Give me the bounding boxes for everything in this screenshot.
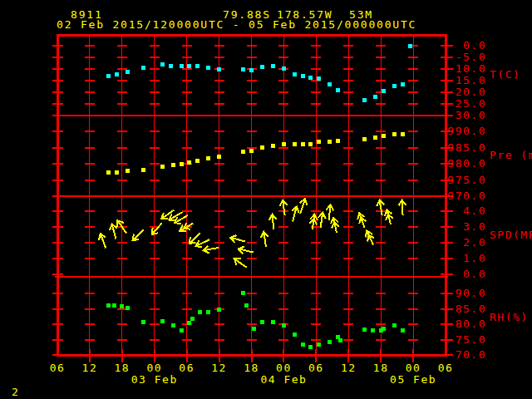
hour-label: 18 bbox=[244, 362, 259, 374]
hour-label: 06 bbox=[308, 362, 324, 374]
relative_humidity-point bbox=[336, 335, 340, 339]
relative_humidity-point bbox=[180, 328, 184, 332]
hour-label: 06 bbox=[179, 362, 195, 374]
pressure-point bbox=[317, 140, 321, 144]
relative_humidity-point bbox=[317, 342, 321, 347]
pressure-tick-label: 975.0 bbox=[447, 174, 486, 186]
hour-label: 18 bbox=[115, 362, 131, 374]
temperature-tick-label: -30.0 bbox=[447, 109, 486, 121]
pressure-axis-label: Pre (mb) bbox=[490, 149, 532, 161]
temperature-tick-label: -25.0 bbox=[447, 97, 486, 110]
wind-arrow bbox=[96, 232, 109, 249]
relative_humidity-tick-label: 80.0 bbox=[456, 318, 486, 330]
relative_humidity-tick-label: 85.0 bbox=[456, 303, 486, 315]
pressure-point bbox=[401, 132, 405, 136]
relative_humidity-point bbox=[187, 321, 191, 325]
relative_humidity-point bbox=[206, 310, 210, 314]
relative_humidity-point bbox=[260, 320, 264, 324]
temperature-tick-label: -10.0 bbox=[447, 62, 486, 75]
temperature-tick-label: -5.0 bbox=[456, 51, 486, 63]
relative_humidity-point bbox=[217, 308, 221, 312]
hour-label: 00 bbox=[146, 362, 162, 374]
relative_humidity-point bbox=[328, 340, 332, 344]
wind_speed-axis-label: SPD(MPS) bbox=[490, 229, 532, 241]
temperature-point bbox=[401, 82, 405, 86]
temperature-tick-label: -15.0 bbox=[447, 74, 486, 86]
pressure-tick-label: 970.0 bbox=[447, 190, 486, 202]
wind-arrow bbox=[363, 229, 377, 246]
meteogram-screen: 8911 79.88S 178.57W 53M 02 Feb 2015/1200… bbox=[0, 0, 532, 399]
pressure-point bbox=[141, 168, 145, 172]
hour-label: 12 bbox=[82, 362, 98, 374]
relative_humidity-point bbox=[241, 291, 245, 295]
pressure-point bbox=[392, 132, 397, 136]
pressure-point bbox=[241, 150, 245, 154]
pressure-point bbox=[362, 137, 367, 141]
temperature-point bbox=[260, 65, 264, 69]
relative_humidity-tick-label: 90.0 bbox=[456, 287, 486, 299]
relative_humidity-point bbox=[120, 304, 124, 308]
relative_humidity-point bbox=[126, 306, 130, 310]
relative_humidity-point bbox=[106, 303, 111, 308]
wind_speed-tick-label: 0.0 bbox=[463, 268, 486, 280]
wind-arrow bbox=[149, 220, 165, 237]
relative_humidity-point bbox=[190, 317, 195, 321]
pressure-point bbox=[195, 159, 200, 163]
pressure-point bbox=[308, 142, 313, 146]
relative_humidity-point bbox=[293, 332, 297, 337]
relative_humidity-point bbox=[338, 338, 342, 342]
pressure-point bbox=[187, 160, 191, 165]
relative_humidity-point bbox=[371, 328, 375, 332]
pressure-point bbox=[160, 165, 165, 169]
temperature-point bbox=[293, 72, 297, 76]
temperature-point bbox=[249, 68, 254, 72]
meteogram-plot: 0.0-5.0-10.0-15.0-20.0-25.0-30.0T(C)990.… bbox=[0, 0, 532, 399]
temperature-point bbox=[195, 64, 200, 68]
temperature-point bbox=[362, 98, 367, 102]
pressure-point bbox=[171, 163, 175, 167]
hour-label: 18 bbox=[373, 362, 389, 374]
temperature-point bbox=[282, 66, 286, 71]
relative_humidity-point bbox=[244, 303, 249, 308]
hour-label: 00 bbox=[406, 362, 421, 374]
temperature-point bbox=[336, 88, 340, 92]
relative_humidity-point bbox=[308, 345, 313, 349]
pressure-point bbox=[336, 139, 340, 143]
relative_humidity-point bbox=[382, 327, 386, 331]
temperature-point bbox=[301, 74, 305, 78]
relative_humidity-tick-label: 70.0 bbox=[456, 348, 486, 361]
relative_humidity-point bbox=[401, 328, 405, 332]
temperature-point bbox=[217, 67, 221, 71]
wind-arrow bbox=[194, 236, 211, 249]
temperature-point bbox=[115, 72, 119, 76]
wind-arrow bbox=[232, 255, 249, 270]
pressure-point bbox=[271, 144, 275, 148]
temperature-point bbox=[317, 76, 321, 81]
temperature-point bbox=[106, 74, 111, 78]
pressure-point bbox=[260, 145, 264, 150]
temperature-point bbox=[160, 62, 165, 66]
pressure-point bbox=[373, 135, 377, 140]
relative_humidity-point bbox=[141, 320, 145, 324]
wind_speed-tick-label: 1.0 bbox=[463, 252, 486, 264]
temperature-tick-label: 0.0 bbox=[463, 39, 486, 52]
wind_speed-tick-label: 4.0 bbox=[463, 204, 486, 217]
temperature-point bbox=[271, 64, 275, 68]
pressure-point bbox=[249, 149, 254, 153]
date-label: 05 Feb bbox=[390, 373, 436, 386]
hour-label: 12 bbox=[211, 362, 227, 374]
temperature-point bbox=[408, 44, 412, 48]
wind-arrow bbox=[289, 205, 301, 223]
wind-arrow bbox=[356, 211, 368, 229]
relative_humidity-point bbox=[362, 328, 367, 332]
pressure-tick-label: 990.0 bbox=[447, 125, 486, 137]
wind_speed-tick-label: 3.0 bbox=[463, 220, 486, 233]
relative_humidity-point bbox=[252, 327, 256, 331]
pressure-tick-label: 985.0 bbox=[447, 141, 486, 154]
wind-arrow bbox=[268, 214, 278, 230]
relative_humidity-point bbox=[392, 323, 397, 328]
pressure-point bbox=[328, 140, 332, 144]
pressure-point bbox=[282, 142, 286, 146]
relative_humidity-axis-label: RH(%) bbox=[490, 311, 529, 323]
temperature-tick-label: -20.0 bbox=[447, 86, 486, 98]
